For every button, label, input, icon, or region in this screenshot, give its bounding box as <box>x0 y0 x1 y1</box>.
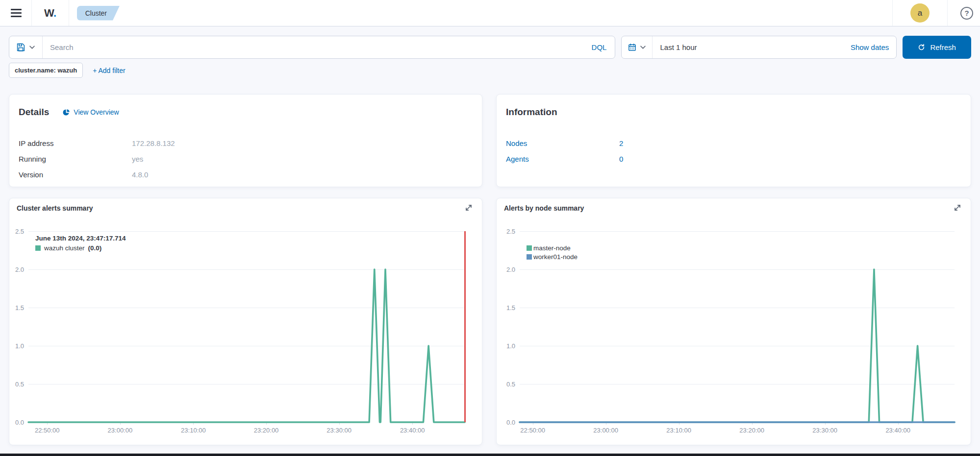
series-line-master-node <box>520 269 955 422</box>
query-language-button[interactable]: DQL <box>583 43 615 51</box>
cluster-alerts-chart-plot[interactable]: 2.52.01.51.00.50.022:50:0023:00:0023:10:… <box>28 231 465 422</box>
y-axis-label: 1.0 <box>506 342 515 350</box>
information-title: Information <box>506 107 557 118</box>
x-axis-label: 23:40:00 <box>400 427 425 434</box>
y-axis-label: 2.5 <box>506 228 515 235</box>
legend-item-master-node[interactable]: master-node <box>527 244 578 252</box>
top-navigation-bar: W. Cluster a ? <box>0 0 980 26</box>
chevron-down-icon <box>640 46 646 49</box>
details-row-ip: IP address 172.28.8.132 <box>19 135 470 151</box>
information-panel: Information Nodes 2 Agents 0 <box>496 94 971 187</box>
cluster-alerts-summary-panel: Cluster alerts summary 2.52.01.51.00.50.… <box>9 198 482 445</box>
crosshair-line <box>464 231 466 422</box>
y-axis-label: 2.0 <box>15 266 24 273</box>
chart-title: Cluster alerts summary <box>17 204 93 212</box>
row-label: IP address <box>19 139 132 147</box>
calendar-icon <box>628 43 636 51</box>
series-line-wazuh-cluster <box>28 269 465 422</box>
tab-cluster[interactable]: Cluster <box>77 6 120 21</box>
y-axis-label: 0.5 <box>15 381 24 388</box>
expand-icon[interactable] <box>464 203 474 213</box>
series-value: (0.0) <box>88 244 102 252</box>
series-swatch <box>35 245 41 251</box>
agents-count: 0 <box>619 155 623 163</box>
y-axis-label: 1.0 <box>15 342 24 350</box>
y-axis-label: 2.0 <box>506 266 515 273</box>
chart-title: Alerts by node summary <box>504 204 584 212</box>
information-row-agents: Agents 0 <box>506 151 959 167</box>
x-axis-label: 23:00:00 <box>108 427 133 434</box>
information-row-nodes: Nodes 2 <box>506 135 959 151</box>
x-axis-label: 23:20:00 <box>739 427 764 434</box>
details-title: Details <box>19 107 49 118</box>
agents-link[interactable]: Agents <box>506 155 619 163</box>
y-axis-label: 1.5 <box>506 304 515 312</box>
time-range-value[interactable]: Last 1 hour <box>660 43 850 51</box>
avatar[interactable]: a <box>910 3 930 23</box>
date-picker: Last 1 hour Show dates <box>621 36 897 59</box>
filter-chip-cluster-name[interactable]: cluster.name: wazuh <box>9 63 83 78</box>
row-value: 4.8.0 <box>132 170 148 179</box>
x-axis-label: 23:00:00 <box>593 427 618 434</box>
menu-icon[interactable] <box>11 7 22 20</box>
chevron-down-icon <box>29 46 35 49</box>
series-swatch <box>527 245 532 251</box>
row-value: yes <box>132 155 143 163</box>
saved-query-button[interactable] <box>9 36 43 58</box>
x-axis-label: 23:30:00 <box>812 427 837 434</box>
x-axis-label: 23:30:00 <box>327 427 352 434</box>
series-lines <box>520 231 955 422</box>
x-axis-label: 23:10:00 <box>181 427 206 434</box>
series-name: worker01-node <box>533 253 578 261</box>
y-axis-label: 2.5 <box>15 228 24 235</box>
help-icon[interactable]: ? <box>960 7 973 20</box>
pie-chart-icon <box>63 109 70 116</box>
logo-text: W <box>44 7 53 19</box>
save-icon <box>17 43 25 51</box>
x-axis-label: 22:50:00 <box>520 427 545 434</box>
y-axis-label: 0.0 <box>15 419 24 426</box>
series-swatch <box>527 254 532 260</box>
chart-tooltip: June 13th 2024, 23:47:17.714 wazuh clust… <box>35 235 126 252</box>
bottom-edge-bar <box>0 454 980 456</box>
show-dates-link[interactable]: Show dates <box>851 43 896 51</box>
y-axis-label: 1.5 <box>15 304 24 312</box>
x-axis-label: 23:10:00 <box>666 427 691 434</box>
search-box: DQL <box>9 36 615 59</box>
add-filter-button[interactable]: + Add filter <box>93 67 126 74</box>
y-axis-label: 0.5 <box>506 381 515 388</box>
x-axis-label: 22:50:00 <box>35 427 60 434</box>
tooltip-date: June 13th 2024, 23:47:17.714 <box>35 235 126 242</box>
nodes-link[interactable]: Nodes <box>506 139 619 147</box>
search-input[interactable] <box>50 43 583 51</box>
view-overview-link[interactable]: View Overview <box>63 108 119 116</box>
row-label: Version <box>19 170 132 179</box>
series-lines <box>28 231 465 422</box>
alerts-by-node-summary-panel: Alerts by node summary 2.52.01.51.00.50.… <box>496 198 971 445</box>
nodes-count: 2 <box>619 139 623 147</box>
x-axis-label: 23:40:00 <box>885 427 910 434</box>
row-label: Running <box>19 155 132 163</box>
alerts-by-node-chart-plot[interactable]: 2.52.01.51.00.50.022:50:0023:00:0023:10:… <box>520 231 955 422</box>
refresh-button[interactable]: Refresh <box>903 36 971 59</box>
legend-item-worker01-node[interactable]: worker01-node <box>527 253 578 261</box>
details-panel: Details View Overview IP address 172.28.… <box>9 94 482 187</box>
chart-legend: master-node worker01-node <box>527 244 578 262</box>
details-row-version: Version 4.8.0 <box>19 167 470 182</box>
details-row-running: Running yes <box>19 151 470 167</box>
refresh-icon <box>918 44 925 51</box>
row-value: 172.28.8.132 <box>132 139 175 147</box>
query-toolbar: DQL Last 1 hour Show dates Refresh <box>0 26 980 78</box>
main-content: Details View Overview IP address 172.28.… <box>0 78 980 445</box>
series-name: wazuh cluster <box>44 244 85 252</box>
divider <box>69 0 69 26</box>
wazuh-logo[interactable]: W. <box>32 7 69 20</box>
view-overview-label: View Overview <box>74 108 119 116</box>
calendar-dropdown-button[interactable] <box>622 36 653 58</box>
x-axis-label: 23:20:00 <box>254 427 279 434</box>
expand-icon[interactable] <box>953 203 962 213</box>
refresh-label: Refresh <box>930 43 956 51</box>
logo-dot: . <box>53 7 56 19</box>
y-axis-label: 0.0 <box>506 419 515 426</box>
series-name: master-node <box>533 244 571 252</box>
